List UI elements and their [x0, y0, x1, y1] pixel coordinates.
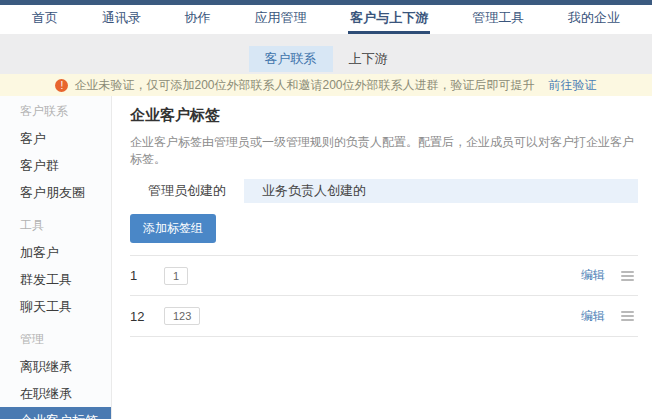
table-row: 12 123 编辑	[130, 296, 638, 337]
sidebar-section-management: 管理	[0, 326, 111, 353]
sidebar-item-enterprise-customer-tags[interactable]: 企业客户标签	[0, 407, 111, 419]
page-body: 客户联系 客户 客户群 客户朋友圈 工具 加客户 群发工具 聊天工具 管理 离职…	[0, 96, 652, 419]
sidebar-section-tools: 工具	[0, 212, 111, 239]
page-title: 企业客户标签	[130, 106, 638, 125]
tag-creator-tabs: 管理员创建的 业务负责人创建的	[130, 179, 638, 203]
nav-item-my-company[interactable]: 我的企业	[566, 5, 622, 34]
secondary-nav: 客户联系 上下游	[0, 34, 652, 74]
drag-handle-icon[interactable]	[621, 309, 634, 323]
main-nav: 首页 通讯录 协作 应用管理 客户与上下游 管理工具 我的企业	[0, 5, 652, 34]
add-tag-group-button[interactable]: 添加标签组	[130, 214, 216, 243]
nav-item-home[interactable]: 首页	[30, 5, 60, 34]
sidebar-item-resign-inherit[interactable]: 离职继承	[0, 353, 111, 380]
edit-link[interactable]: 编辑	[581, 267, 605, 284]
verification-warning-banner: ! 企业未验证，仅可添加200位外部联系人和邀请200位外部联系人进群，验证后即…	[0, 74, 652, 96]
sidebar-item-onjob-inherit[interactable]: 在职继承	[0, 380, 111, 407]
subtab-customer-contact[interactable]: 客户联系	[249, 46, 333, 72]
edit-link[interactable]: 编辑	[581, 308, 605, 325]
sidebar-item-mass-message-tool[interactable]: 群发工具	[0, 266, 111, 293]
nav-item-apps[interactable]: 应用管理	[252, 5, 308, 34]
tag-group-name: 12	[130, 309, 164, 324]
tab-owner-created[interactable]: 业务负责人创建的	[244, 179, 384, 203]
go-verify-link[interactable]: 前往验证	[549, 77, 597, 94]
nav-item-customers[interactable]: 客户与上下游	[348, 5, 430, 34]
tag-group-table: 1 1 编辑 12 123 编辑	[130, 255, 638, 337]
subtab-upstream-downstream[interactable]: 上下游	[333, 46, 404, 72]
warning-text: 企业未验证，仅可添加200位外部联系人和邀请200位外部联系人进群，验证后即可提…	[74, 77, 534, 94]
tag-chip[interactable]: 123	[164, 307, 200, 325]
page-description: 企业客户标签由管理员或一级管理规则的负责人配置。配置后，企业成员可以对客户打企业…	[130, 134, 638, 168]
sidebar-item-customer-groups[interactable]: 客户群	[0, 152, 111, 179]
tag-group-name: 1	[130, 268, 164, 283]
table-row: 1 1 编辑	[130, 255, 638, 296]
drag-handle-icon[interactable]	[621, 269, 634, 283]
nav-item-admin-tools[interactable]: 管理工具	[470, 5, 526, 34]
sidebar-item-add-customer[interactable]: 加客户	[0, 239, 111, 266]
sidebar: 客户联系 客户 客户群 客户朋友圈 工具 加客户 群发工具 聊天工具 管理 离职…	[0, 96, 112, 419]
sidebar-item-chat-tool[interactable]: 聊天工具	[0, 293, 111, 320]
nav-item-contacts[interactable]: 通讯录	[100, 5, 143, 34]
nav-item-collaboration[interactable]: 协作	[183, 5, 213, 34]
tab-admin-created[interactable]: 管理员创建的	[130, 179, 244, 203]
app-window: 首页 通讯录 协作 应用管理 客户与上下游 管理工具 我的企业 客户联系 上下游…	[0, 0, 652, 419]
sidebar-section-customer-contact: 客户联系	[0, 98, 111, 125]
main-content: 企业客户标签 企业客户标签由管理员或一级管理规则的负责人配置。配置后，企业成员可…	[112, 96, 652, 419]
sidebar-item-customer-moments[interactable]: 客户朋友圈	[0, 179, 111, 206]
sidebar-item-customers[interactable]: 客户	[0, 125, 111, 152]
tag-chip[interactable]: 1	[164, 267, 188, 285]
warning-icon: !	[55, 79, 68, 92]
